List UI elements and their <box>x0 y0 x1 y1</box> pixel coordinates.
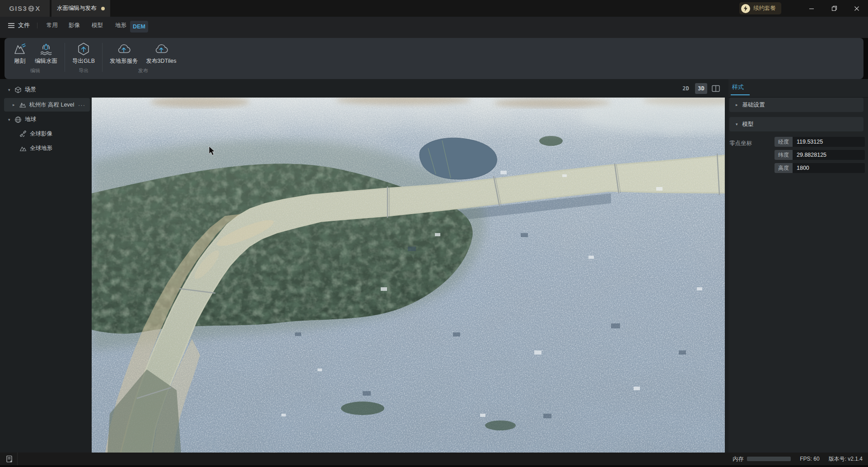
height-field[interactable]: 高度 1800 <box>775 163 865 173</box>
edit-water-button[interactable]: 编辑水面 <box>31 42 61 65</box>
menu-bar: 文件 常用 影像 模型 地形 DEM <box>0 17 868 38</box>
latitude-value[interactable]: 29.8828125 <box>793 150 865 160</box>
window-controls <box>800 0 868 17</box>
map-viewport-3d[interactable] <box>92 98 725 453</box>
status-bar: 内存 FPS: 60 版本号: v2.1.4 <box>0 453 868 465</box>
fps-readout: FPS: 60 <box>800 456 819 462</box>
sculpt-label: 雕刻 <box>14 57 26 65</box>
menu-tab-terrain[interactable]: 地形 <box>115 19 126 31</box>
publish-3dtiles-button[interactable]: 发布3DTiles <box>142 42 181 65</box>
renew-plan-button[interactable]: 续约套餐 <box>739 2 781 14</box>
origin-coordinates-label: 零点坐标 <box>729 140 752 147</box>
tab-style[interactable]: 样式 <box>732 83 744 91</box>
tab-style-underline <box>731 94 750 95</box>
longitude-label: 经度 <box>775 137 793 147</box>
caret-down-icon[interactable]: ▾ <box>8 88 14 92</box>
view-3d-button[interactable]: 3D <box>695 83 707 94</box>
tree-node-hangzhou-selected[interactable]: ▸ 杭州市 高程 Level ··· <box>4 98 90 112</box>
tree-node-global-imagery[interactable]: 全球影像 <box>19 130 52 138</box>
export-glb-button[interactable]: 导出GLB <box>68 42 99 65</box>
logo-text-right: X <box>35 5 41 12</box>
edit-water-icon <box>39 42 53 56</box>
origin-fields: 经度 119.53125 纬度 29.8828125 高度 1800 <box>775 137 865 173</box>
publish-3dtiles-icon <box>154 42 168 56</box>
more-icon[interactable]: ··· <box>78 102 90 108</box>
split-view-button[interactable] <box>710 83 721 94</box>
sculpt-button[interactable]: 雕刻 <box>9 42 31 65</box>
accordion-label: 基础设置 <box>742 101 765 109</box>
file-menu-label: 文件 <box>18 21 30 29</box>
logo-text-left: GIS3 <box>9 5 27 12</box>
height-label: 高度 <box>775 163 793 173</box>
tree-node-scene[interactable]: ▾ 场景 <box>8 86 36 93</box>
ribbon-group-label-publish: 发布 <box>138 67 148 74</box>
unsaved-dot-icon <box>101 7 105 10</box>
restore-button[interactable] <box>823 0 845 17</box>
style-panel: 样式 ▸ 基础设置 ▾ 模型 零点坐标 经度 119.53125 纬度 29.8… <box>728 79 868 453</box>
tree-node-label: 全球地形 <box>30 145 52 152</box>
menu-tab-imagery[interactable]: 影像 <box>69 19 80 31</box>
caret-right-icon: ▸ <box>736 103 738 107</box>
document-tab-title: 水面编辑与发布 <box>57 5 97 12</box>
ribbon-toolbar: 雕刻 编辑水面 编辑 <box>5 38 863 79</box>
edit-water-label: 编辑水面 <box>35 57 57 65</box>
title-bar: GIS3 X 水面编辑与发布 续约套餐 <box>0 0 868 17</box>
accordion-label: 模型 <box>742 121 754 128</box>
ribbon-separator <box>65 43 65 72</box>
publish-terrain-label: 发地形服务 <box>110 57 138 65</box>
ribbon-group-edit: 雕刻 编辑水面 编辑 <box>9 42 61 74</box>
longitude-value[interactable]: 119.53125 <box>793 137 865 147</box>
tree-node-label: 全球影像 <box>30 130 52 138</box>
menu-tab-common[interactable]: 常用 <box>47 19 58 31</box>
ribbon-group-export: 导出GLB 导出 <box>68 42 99 74</box>
ribbon-group-label-export: 导出 <box>79 67 89 74</box>
statusbar-divider <box>17 453 18 465</box>
view-mode-bar: 2D 3D <box>92 79 725 98</box>
longitude-field[interactable]: 经度 119.53125 <box>775 137 865 147</box>
accordion-model[interactable]: ▾ 模型 <box>729 117 863 131</box>
caret-right-icon[interactable]: ▸ <box>13 103 19 107</box>
ribbon-separator <box>102 43 103 72</box>
publish-3dtiles-label: 发布3DTiles <box>146 57 177 65</box>
view-2d-button[interactable]: 2D <box>680 83 692 94</box>
export-glb-icon <box>77 42 90 56</box>
file-menu-button[interactable]: 文件 <box>8 19 30 31</box>
gisbox-window: GIS3 X 水面编辑与发布 续约套餐 文件 常用 影像 模型 地形 <box>0 0 868 467</box>
caret-down-icon: ▾ <box>736 122 738 126</box>
tree-node-earth[interactable]: ▾ 地球 <box>8 116 36 123</box>
hamburger-icon <box>8 23 14 28</box>
latitude-field[interactable]: 纬度 29.8828125 <box>775 150 865 160</box>
accordion-basic-settings[interactable]: ▸ 基础设置 <box>729 98 863 112</box>
logo-globe-icon <box>28 5 34 12</box>
ribbon-group-label-edit: 编辑 <box>30 67 40 74</box>
document-tab[interactable]: 水面编辑与发布 <box>51 0 110 17</box>
menu-tab-dem-active[interactable]: DEM <box>130 21 148 33</box>
tree-node-global-terrain[interactable]: 全球地形 <box>19 145 52 152</box>
tree-node-label: 杭州市 高程 Level <box>29 101 74 109</box>
app-logo: GIS3 X <box>0 0 50 17</box>
globe-icon <box>14 116 22 123</box>
menu-tab-model[interactable]: 模型 <box>92 19 103 31</box>
memory-indicator: 内存 <box>733 455 791 463</box>
log-notebook-icon[interactable] <box>5 455 13 463</box>
sculpt-icon <box>13 42 27 56</box>
minimize-button[interactable] <box>800 0 823 17</box>
elevation-layer-icon <box>19 101 26 108</box>
version-readout: 版本号: v2.1.4 <box>829 455 863 463</box>
publish-terrain-icon <box>117 42 131 56</box>
split-view-icon <box>712 85 720 92</box>
renew-plan-label: 续约套餐 <box>753 5 776 12</box>
statusbar-right: 内存 FPS: 60 版本号: v2.1.4 <box>733 455 868 463</box>
scene-tree-panel: ▾ 场景 ▸ 杭州市 高程 Level ··· ▾ 地球 全球影像 全球地形 <box>0 79 92 453</box>
menu-divider <box>37 23 37 28</box>
cube-icon <box>14 86 22 93</box>
caret-down-icon[interactable]: ▾ <box>8 117 14 122</box>
close-button[interactable] <box>845 0 868 17</box>
ribbon-group-publish: 发地形服务 发布3DTiles 发布 <box>106 42 180 74</box>
memory-progress-track <box>747 457 791 461</box>
publish-terrain-button[interactable]: 发地形服务 <box>106 42 142 65</box>
tree-node-label: 场景 <box>25 86 36 93</box>
export-glb-label: 导出GLB <box>72 57 95 65</box>
height-value[interactable]: 1800 <box>793 163 865 173</box>
tree-node-label: 地球 <box>25 116 36 123</box>
